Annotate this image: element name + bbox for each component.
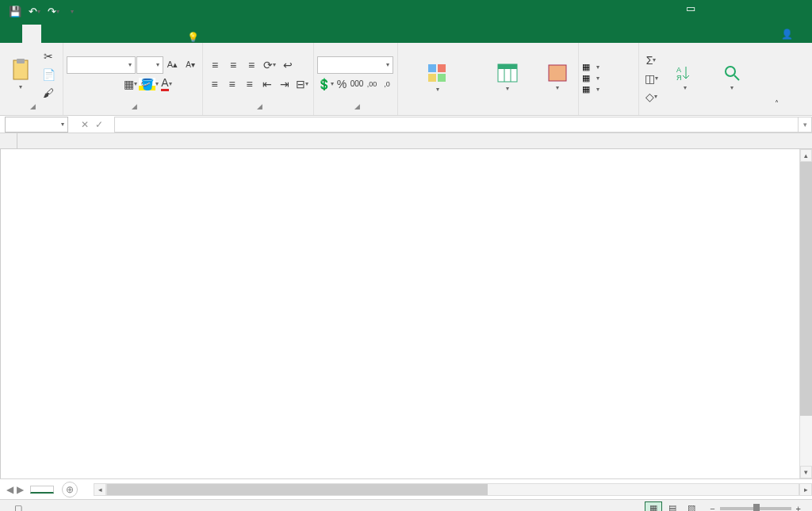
font-color-button[interactable]: A▾ xyxy=(158,75,175,93)
fill-color-button[interactable]: 🪣▾ xyxy=(140,75,157,93)
font-family-select[interactable]: ▾ xyxy=(67,56,136,74)
accounting-format-icon[interactable]: 💲▾ xyxy=(317,75,334,93)
bold-button[interactable] xyxy=(67,75,84,93)
view-page-layout-icon[interactable]: ▤ xyxy=(664,501,681,512)
ribbon-display-icon[interactable]: ▭ xyxy=(680,0,701,16)
find-select-button[interactable]: ▾ xyxy=(710,46,753,110)
zoom-slider[interactable] xyxy=(720,507,791,510)
font-launcher-icon[interactable]: ◢ xyxy=(132,102,137,110)
vertical-scrollbar[interactable]: ▴ ▾ xyxy=(799,149,812,478)
maximize-button[interactable] xyxy=(742,0,777,22)
font-size-select[interactable]: ▾ xyxy=(136,56,163,74)
tab-developer[interactable] xyxy=(155,25,174,43)
tell-me-input[interactable]: 💡 xyxy=(187,32,204,43)
horizontal-scroll-thumb[interactable] xyxy=(107,484,488,495)
orientation-icon[interactable]: ⟳▾ xyxy=(261,56,278,74)
border-button[interactable]: ▦▾ xyxy=(121,75,139,93)
svg-rect-2 xyxy=(428,64,436,72)
worksheet-grid[interactable] xyxy=(1,149,812,478)
align-left-icon[interactable]: ≡ xyxy=(206,75,223,93)
paste-button[interactable]: ▾ xyxy=(3,46,38,102)
cell-styles-icon xyxy=(548,64,567,82)
increase-font-icon[interactable]: A▴ xyxy=(164,56,182,74)
sort-filter-icon: AЯ xyxy=(676,64,694,82)
decrease-indent-icon[interactable]: ⇤ xyxy=(259,75,275,93)
tab-review[interactable] xyxy=(117,25,136,43)
increase-decimal-icon[interactable]: ,00 xyxy=(365,75,379,93)
sheet-nav-prev-icon[interactable]: ◀ xyxy=(6,484,13,495)
zoom-out-icon[interactable]: − xyxy=(710,504,714,512)
italic-button[interactable] xyxy=(85,75,102,93)
tab-data[interactable] xyxy=(98,25,117,43)
minimize-button[interactable] xyxy=(707,0,742,22)
tab-file[interactable] xyxy=(3,25,22,43)
tab-formulas[interactable] xyxy=(79,25,98,43)
sheet-tab-1[interactable] xyxy=(30,486,54,494)
scroll-up-icon[interactable]: ▴ xyxy=(800,149,812,162)
align-middle-icon[interactable]: ≡ xyxy=(224,56,242,74)
format-cells-button[interactable]: ▦▾ xyxy=(582,84,635,94)
new-sheet-button[interactable]: ⊕ xyxy=(62,482,78,498)
share-button[interactable]: 👤 xyxy=(775,25,804,43)
sort-filter-button[interactable]: AЯ ▾ xyxy=(661,46,709,110)
conditional-formatting-button[interactable]: ▾ xyxy=(401,46,475,110)
undo-icon[interactable]: ↶▾ xyxy=(25,2,43,20)
increase-indent-icon[interactable]: ⇥ xyxy=(276,75,293,93)
qat-customize-icon[interactable]: ▾ xyxy=(63,2,81,20)
fill-icon[interactable]: ◫▾ xyxy=(642,70,660,87)
percent-format-icon[interactable]: % xyxy=(335,75,349,93)
expand-formula-bar-icon[interactable]: ▾ xyxy=(798,117,812,133)
collapse-ribbon-icon[interactable]: ˄ xyxy=(768,94,785,112)
macro-record-icon[interactable]: ▢ xyxy=(14,503,22,511)
tab-home[interactable] xyxy=(22,25,41,43)
save-icon[interactable]: 💾 xyxy=(6,2,24,20)
copy-icon[interactable]: 📄 xyxy=(40,66,57,83)
horizontal-scrollbar[interactable] xyxy=(106,483,799,496)
insert-cells-button[interactable]: ▦▾ xyxy=(582,62,635,72)
zoom-in-icon[interactable]: + xyxy=(796,504,801,512)
wrap-text-icon[interactable]: ↩ xyxy=(279,56,297,74)
comma-format-icon[interactable]: 000 xyxy=(350,75,364,93)
align-right-icon[interactable]: ≡ xyxy=(241,75,258,93)
redo-icon[interactable]: ↷▾ xyxy=(44,2,62,20)
cancel-formula-icon[interactable]: ✕ xyxy=(81,119,89,130)
tab-page-layout[interactable] xyxy=(60,25,79,43)
close-button[interactable] xyxy=(777,0,812,22)
scroll-right-icon[interactable]: ▸ xyxy=(799,483,812,496)
merge-icon[interactable]: ⊟▾ xyxy=(293,75,310,93)
format-as-table-button[interactable]: ▾ xyxy=(477,46,539,110)
zoom-thumb[interactable] xyxy=(753,504,760,512)
view-page-break-icon[interactable]: ▧ xyxy=(683,501,700,512)
alignment-launcher-icon[interactable]: ◢ xyxy=(257,102,262,110)
view-normal-icon[interactable]: ▦ xyxy=(645,501,662,512)
decrease-decimal-icon[interactable]: ,0 xyxy=(380,75,394,93)
underline-button[interactable] xyxy=(103,75,121,93)
cell-styles-button[interactable]: ▾ xyxy=(541,46,575,110)
clear-icon[interactable]: ◇▾ xyxy=(642,88,660,106)
tab-insert[interactable] xyxy=(41,25,60,43)
formula-bar[interactable] xyxy=(114,117,798,133)
number-launcher-icon[interactable]: ◢ xyxy=(354,102,360,110)
clipboard-launcher-icon[interactable]: ◢ xyxy=(30,102,36,110)
number-format-select[interactable]: ▾ xyxy=(317,56,393,74)
svg-rect-10 xyxy=(549,65,566,81)
align-top-icon[interactable]: ≡ xyxy=(206,56,224,74)
enter-formula-icon[interactable]: ✓ xyxy=(95,119,103,130)
autosum-icon[interactable]: Σ▾ xyxy=(642,52,660,69)
decrease-font-icon[interactable]: A▾ xyxy=(182,56,199,74)
name-box[interactable]: ▾ xyxy=(5,117,68,133)
delete-cells-button[interactable]: ▦▾ xyxy=(582,73,635,83)
format-painter-icon[interactable]: 🖌 xyxy=(40,84,57,102)
sheet-nav-next-icon[interactable]: ▶ xyxy=(17,484,24,495)
svg-rect-5 xyxy=(438,74,446,82)
vertical-scroll-thumb[interactable] xyxy=(800,162,812,416)
align-center-icon[interactable]: ≡ xyxy=(224,75,240,93)
select-all-corner[interactable] xyxy=(0,133,17,148)
scroll-left-icon[interactable]: ◂ xyxy=(94,483,106,496)
svg-point-13 xyxy=(726,67,735,76)
tab-view[interactable] xyxy=(136,25,155,43)
scroll-down-icon[interactable]: ▾ xyxy=(800,466,812,478)
align-bottom-icon[interactable]: ≡ xyxy=(243,56,260,74)
cut-icon[interactable]: ✂ xyxy=(40,48,57,65)
svg-rect-7 xyxy=(498,64,517,69)
